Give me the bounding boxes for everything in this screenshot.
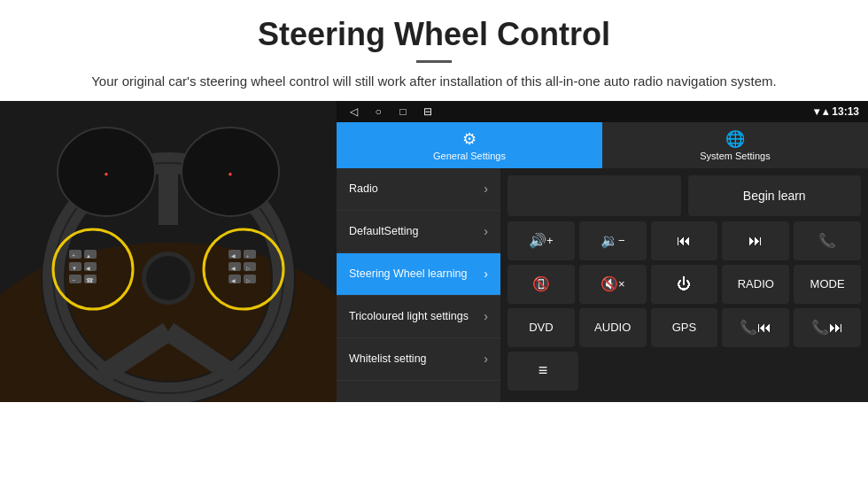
audio-button[interactable]: AUDIO	[579, 308, 647, 347]
nav-buttons: ◁ ○ □ ⊟	[345, 104, 436, 120]
phone-button[interactable]: 📞	[794, 221, 861, 260]
menu-item-steering[interactable]: Steering Wheel learning ›	[337, 253, 500, 296]
mute-button[interactable]: 🔇×	[579, 265, 647, 304]
svg-text:▲: ▲	[86, 253, 91, 259]
tab-general-settings[interactable]: ⚙ General Settings	[337, 122, 602, 168]
eq-button[interactable]: ≡	[508, 352, 578, 391]
menu-tricoloured-label: Tricoloured light settings	[349, 310, 469, 322]
mute-icon: 🔇	[601, 275, 618, 292]
volume-up-button[interactable]: 🔊+	[508, 221, 575, 260]
svg-text:▷: ▷	[246, 266, 251, 271]
svg-text:◀: ◀	[231, 253, 236, 259]
begin-learn-button[interactable]: Begin learn	[688, 175, 862, 216]
tab-general-label: General Settings	[433, 151, 506, 161]
menu-default-label: DefaultSetting	[349, 225, 419, 237]
svg-text:+: +	[72, 252, 75, 259]
title-divider	[416, 60, 452, 63]
prev-track-button[interactable]: ⏮	[651, 221, 718, 260]
radio-label: RADIO	[738, 277, 774, 290]
chevron-right-icon: ›	[484, 309, 488, 323]
svg-text:▼: ▼	[72, 266, 77, 271]
chevron-right-icon: ›	[484, 267, 488, 281]
phone-icon: 📞	[818, 232, 836, 249]
last-row: ≡	[508, 352, 861, 391]
status-bar: ◁ ○ □ ⊟ ▾ ▴ 13:13	[337, 101, 868, 122]
main-content: Radio › DefaultSetting › Steering Wheel …	[337, 168, 868, 402]
car-image-section: + ▲ ▼ ◀ − ☎ ◀ + ◀ ▷ ◀ ▷ ● ●	[0, 101, 337, 402]
svg-text:−: −	[72, 277, 75, 283]
prev-track-icon: ⏮	[677, 233, 691, 249]
menu-item-default[interactable]: DefaultSetting ›	[337, 211, 500, 253]
eq-icon: ≡	[539, 361, 548, 380]
system-settings-icon: 🌐	[725, 129, 745, 149]
hang-up-icon: 📵	[532, 275, 550, 292]
svg-text:◀: ◀	[231, 266, 236, 271]
svg-text:●: ●	[229, 170, 233, 178]
mode-button[interactable]: MODE	[794, 265, 861, 304]
gps-label: GPS	[672, 321, 696, 334]
back-button[interactable]: ◁	[345, 104, 361, 120]
menu-steering-label: Steering Wheel learning	[349, 267, 467, 280]
menu-panel: Radio › DefaultSetting › Steering Wheel …	[337, 168, 500, 402]
menu-item-whitelist[interactable]: Whitelist setting ›	[337, 338, 500, 381]
tab-bar: ⚙ General Settings 🌐 System Settings	[337, 122, 868, 168]
menu-item-tricoloured[interactable]: Tricoloured light settings ›	[337, 296, 500, 338]
power-button[interactable]: ⏻	[651, 265, 718, 304]
menu-item-radio[interactable]: Radio ›	[337, 168, 500, 211]
general-settings-icon: ⚙	[462, 129, 477, 149]
phone-next-icon: 📞⏭	[811, 319, 843, 336]
svg-text:☎: ☎	[86, 277, 94, 283]
power-icon: ⏻	[677, 276, 691, 292]
svg-text:●: ●	[105, 170, 109, 178]
control-row-3: DVD AUDIO GPS 📞⏮ 📞⏭	[508, 308, 861, 347]
control-row-2: 📵 🔇× ⏻ RADIO MODE	[508, 265, 861, 304]
top-section: Steering Wheel Control Your original car…	[0, 0, 868, 101]
page-subtitle: Your original car's steering wheel contr…	[35, 72, 833, 92]
control-panel: Begin learn 🔊+ 🔉− ⏮	[500, 168, 868, 402]
page-title: Steering Wheel Control	[35, 16, 833, 53]
time-display: 13:13	[832, 105, 859, 118]
recent-button[interactable]: □	[395, 104, 411, 120]
next-track-icon: ⏭	[748, 233, 763, 249]
tab-system-settings[interactable]: 🌐 System Settings	[602, 122, 868, 168]
chevron-right-icon: ›	[484, 352, 488, 366]
radio-button[interactable]: RADIO	[722, 265, 789, 304]
mode-label: MODE	[810, 277, 845, 290]
phone-prev-icon: 📞⏮	[740, 319, 771, 336]
extra-button[interactable]: ⊟	[420, 104, 436, 120]
begin-learn-row: Begin learn	[508, 175, 861, 216]
volume-down-icon: 🔉	[601, 232, 618, 249]
control-row-1: 🔊+ 🔉− ⏮ ⏭ 📞	[508, 221, 861, 260]
svg-text:◀: ◀	[231, 278, 236, 283]
audio-label: AUDIO	[594, 321, 631, 334]
tab-system-label: System Settings	[700, 151, 770, 161]
dvd-label: DVD	[529, 321, 553, 334]
dvd-button[interactable]: DVD	[508, 308, 575, 347]
signal-icon: ▾	[814, 105, 819, 118]
svg-text:+: +	[246, 253, 250, 259]
home-button[interactable]: ○	[370, 104, 386, 120]
phone-prev-button[interactable]: 📞⏮	[722, 308, 789, 347]
menu-radio-label: Radio	[349, 182, 378, 195]
hang-up-button[interactable]: 📵	[508, 265, 575, 304]
status-right: ▾ ▴ 13:13	[814, 105, 859, 118]
chevron-right-icon: ›	[484, 182, 488, 196]
gps-button[interactable]: GPS	[651, 308, 718, 347]
chevron-right-icon: ›	[484, 224, 488, 238]
content-row: + ▲ ▼ ◀ − ☎ ◀ + ◀ ▷ ◀ ▷ ● ●	[0, 101, 868, 402]
device-section: ◁ ○ □ ⊟ ▾ ▴ 13:13 ⚙ General Settings 🌐 S…	[337, 101, 868, 402]
svg-text:▷: ▷	[246, 278, 251, 283]
volume-up-icon: 🔊	[529, 232, 546, 249]
phone-next-button[interactable]: 📞⏭	[794, 308, 861, 347]
wifi-icon: ▴	[823, 105, 828, 118]
empty-placeholder	[508, 175, 681, 216]
volume-down-button[interactable]: 🔉−	[579, 221, 647, 260]
next-track-button[interactable]: ⏭	[722, 221, 789, 260]
svg-text:◀: ◀	[86, 266, 90, 271]
menu-whitelist-label: Whitelist setting	[349, 352, 427, 365]
svg-point-9	[146, 256, 190, 300]
button-grid: 🔊+ 🔉− ⏮ ⏭ 📞	[508, 221, 861, 347]
